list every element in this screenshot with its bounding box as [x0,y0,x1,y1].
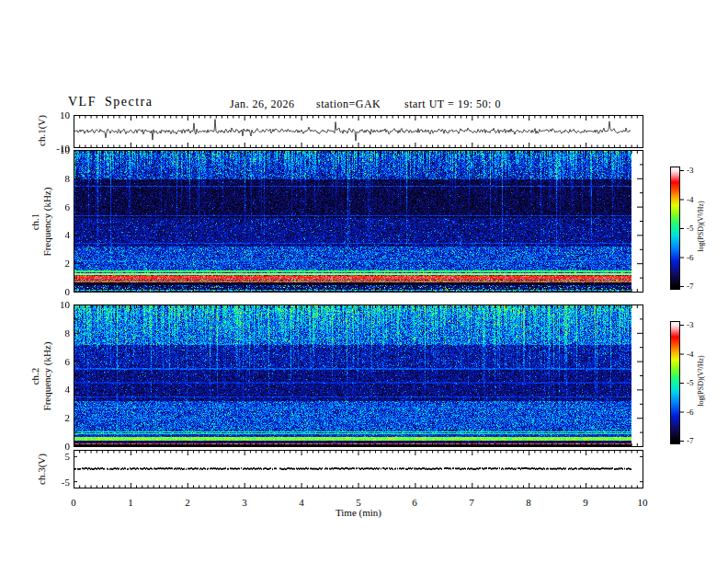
tick-label: -5 [42,476,70,488]
colorbar2 [670,321,685,444]
ch2-spectrogram-panel [74,304,643,447]
tick-label: -7 [687,436,694,446]
ch3-waveform-panel [74,450,643,488]
spec2-channel-label: ch.2 [29,320,41,432]
tick-label: 2 [42,411,70,424]
tick-label: 6 [404,496,426,509]
ch1-waveform-panel [74,115,643,148]
tick-label: 5 [42,450,70,463]
station-label: station=GAK [316,98,381,111]
tick-label: 5 [347,496,370,509]
tick-label: 6 [42,355,70,368]
tick-label: 8 [42,172,70,185]
date-label: Jan. 26, 2026 [230,98,295,111]
tick-label: 7 [461,496,483,509]
tick-label: -6 [687,253,694,263]
colorbar1 [670,167,685,290]
tick-label: -6 [687,408,694,418]
colorbar2-label: log(PSD)(V²/Hz) [697,335,708,427]
tick-label: 6 [42,201,70,213]
tick-label: 2 [176,496,199,509]
tick-label: -4 [687,195,694,205]
tick-label: 10 [42,144,70,156]
tick-label: 9 [574,496,597,509]
tick-label: -4 [687,350,694,360]
ch1-spectrogram-panel [74,150,643,293]
tick-label: -3 [687,166,694,176]
tick-label: -5 [687,224,694,234]
colorbar1-label: log(PSD)(V²/Hz) [697,180,708,272]
tick-label: 10 [42,109,70,121]
spec1-channel-label: ch.1 [29,166,41,278]
tick-label: 2 [42,257,70,270]
tick-label: 4 [42,383,70,396]
tick-label: -3 [687,320,694,330]
start-ut-label: start UT = 19: 50: 0 [404,98,501,111]
tick-label: 0 [42,285,70,298]
tick-label: 4 [42,228,70,241]
tick-label: 10 [631,496,654,509]
tick-label: -5 [687,378,694,388]
tick-label: 10 [42,298,70,311]
vlf-spectra-figure: VLF Spectra Jan. 26, 2026 station=GAK st… [0,0,728,563]
tick-label: 0 [63,496,85,509]
tick-label: 1 [119,496,142,509]
tick-label: 8 [42,327,70,339]
tick-label: 8 [518,496,540,509]
plot-title: VLF Spectra [68,95,153,109]
tick-label: -7 [687,282,694,292]
tick-label: 3 [233,496,256,509]
tick-label: 4 [290,496,313,509]
